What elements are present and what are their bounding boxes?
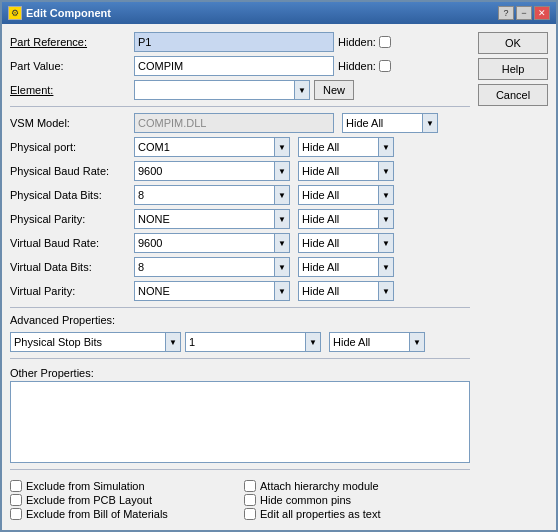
check-hide-pins: Hide common pins (244, 494, 470, 506)
other-label: Other Properties: (10, 367, 470, 379)
prop-select-4: 9600 ▼ (134, 233, 290, 253)
minimize-btn[interactable]: − (516, 6, 532, 20)
hide-pins-checkbox[interactable] (244, 494, 256, 506)
new-button[interactable]: New (314, 80, 354, 100)
prop-dropdown-2[interactable]: 8 (134, 185, 274, 205)
exclude-pcb-label: Exclude from PCB Layout (26, 494, 152, 506)
prop-label-5: Virtual Data Bits: (10, 261, 130, 273)
adv-val-arrow[interactable]: ▼ (305, 332, 321, 352)
prop-hide-select-2[interactable]: Hide All (298, 185, 378, 205)
prop-dropdown-4[interactable]: 9600 (134, 233, 274, 253)
prop-hide-select-5[interactable]: Hide All (298, 257, 378, 277)
part-reference-label: Part Reference: (10, 36, 130, 48)
element-label: Element: (10, 84, 130, 96)
prop-hide-select-0[interactable]: Hide All (298, 137, 378, 157)
exclude-sim-checkbox[interactable] (10, 480, 22, 492)
separator-4 (10, 469, 470, 470)
check-exclude-sim: Exclude from Simulation (10, 480, 236, 492)
window-title: Edit Component (26, 7, 111, 19)
prop-hide-5: Hide All ▼ (298, 257, 394, 277)
prop-hide-1: Hide All ▼ (298, 161, 394, 181)
prop-row-3: Physical Parity: NONE ▼ Hide All ▼ (10, 209, 470, 229)
element-select[interactable] (134, 80, 294, 100)
separator-1 (10, 106, 470, 107)
prop-arrow-0[interactable]: ▼ (274, 137, 290, 157)
adv-prop-arrow[interactable]: ▼ (165, 332, 181, 352)
prop-arrow-2[interactable]: ▼ (274, 185, 290, 205)
edit-component-window: ⚙ Edit Component ? − ✕ Part Reference: H… (0, 0, 558, 532)
prop-select-0: COM1 ▼ (134, 137, 290, 157)
part-value-row: Part Value: Hidden: (10, 56, 470, 76)
part-reference-input[interactable] (134, 32, 334, 52)
check-edit-all-props: Edit all properties as text (244, 508, 470, 520)
prop-select-3: NONE ▼ (134, 209, 290, 229)
prop-select-1: 9600 ▼ (134, 161, 290, 181)
check-exclude-bom: Exclude from Bill of Materials (10, 508, 236, 520)
part-ref-hidden-checkbox[interactable] (379, 36, 391, 48)
exclude-sim-label: Exclude from Simulation (26, 480, 145, 492)
cancel-button[interactable]: Cancel (478, 84, 548, 106)
prop-hide-arrow-3[interactable]: ▼ (378, 209, 394, 229)
prop-row-0: Physical port: COM1 ▼ Hide All ▼ (10, 137, 470, 157)
prop-hide-select-4[interactable]: Hide All (298, 233, 378, 253)
vsm-hide-arrow[interactable]: ▼ (422, 113, 438, 133)
prop-hide-arrow-1[interactable]: ▼ (378, 161, 394, 181)
help-button[interactable]: Help (478, 58, 548, 80)
exclude-bom-label: Exclude from Bill of Materials (26, 508, 168, 520)
prop-select-2: 8 ▼ (134, 185, 290, 205)
prop-hide-arrow-5[interactable]: ▼ (378, 257, 394, 277)
prop-arrow-3[interactable]: ▼ (274, 209, 290, 229)
prop-arrow-4[interactable]: ▼ (274, 233, 290, 253)
part-val-hidden-checkbox[interactable] (379, 60, 391, 72)
hide-pins-label: Hide common pins (260, 494, 351, 506)
prop-hide-select-1[interactable]: Hide All (298, 161, 378, 181)
adv-hide-select[interactable]: Hide All (329, 332, 409, 352)
prop-hide-3: Hide All ▼ (298, 209, 394, 229)
prop-label-3: Physical Parity: (10, 213, 130, 225)
prop-hide-2: Hide All ▼ (298, 185, 394, 205)
other-section: Other Properties: (10, 367, 470, 463)
prop-dropdown-1[interactable]: 9600 (134, 161, 274, 181)
vsm-hide-select[interactable]: Hide All (342, 113, 422, 133)
element-select-container: ▼ (134, 80, 310, 100)
prop-hide-arrow-2[interactable]: ▼ (378, 185, 394, 205)
prop-hide-select-6[interactable]: Hide All (298, 281, 378, 301)
prop-dropdown-0[interactable]: COM1 (134, 137, 274, 157)
help-title-btn[interactable]: ? (498, 6, 514, 20)
prop-hide-arrow-6[interactable]: ▼ (378, 281, 394, 301)
prop-dropdown-6[interactable]: NONE (134, 281, 274, 301)
prop-dropdown-3[interactable]: NONE (134, 209, 274, 229)
part-value-label: Part Value: (10, 60, 130, 72)
other-textarea[interactable] (10, 381, 470, 463)
part-val-hidden-check: Hidden: (338, 60, 391, 72)
checkbox-col-left: Exclude from Simulation Exclude from PCB… (10, 480, 236, 520)
prop-row-2: Physical Data Bits: 8 ▼ Hide All ▼ (10, 185, 470, 205)
prop-arrow-6[interactable]: ▼ (274, 281, 290, 301)
check-exclude-pcb: Exclude from PCB Layout (10, 494, 236, 506)
exclude-pcb-checkbox[interactable] (10, 494, 22, 506)
part-value-input[interactable] (134, 56, 334, 76)
advanced-row: Physical Stop Bits ▼ 1 ▼ Hide All ▼ (10, 332, 470, 352)
part-reference-row: Part Reference: Hidden: (10, 32, 470, 52)
prop-row-1: Physical Baud Rate: 9600 ▼ Hide All ▼ (10, 161, 470, 181)
attach-hierarchy-checkbox[interactable] (244, 480, 256, 492)
ok-button[interactable]: OK (478, 32, 548, 54)
prop-arrow-1[interactable]: ▼ (274, 161, 290, 181)
prop-row-5: Virtual Data Bits: 8 ▼ Hide All ▼ (10, 257, 470, 277)
exclude-bom-checkbox[interactable] (10, 508, 22, 520)
adv-prop-select: Physical Stop Bits ▼ (10, 332, 181, 352)
prop-arrow-5[interactable]: ▼ (274, 257, 290, 277)
adv-hide-arrow[interactable]: ▼ (409, 332, 425, 352)
prop-hide-select-3[interactable]: Hide All (298, 209, 378, 229)
close-btn[interactable]: ✕ (534, 6, 550, 20)
element-dropdown-arrow[interactable]: ▼ (294, 80, 310, 100)
prop-dropdown-5[interactable]: 8 (134, 257, 274, 277)
edit-all-props-checkbox[interactable] (244, 508, 256, 520)
vsm-hide-container: Hide All ▼ (342, 113, 438, 133)
adv-val-dropdown[interactable]: 1 (185, 332, 305, 352)
prop-label-4: Virtual Baud Rate: (10, 237, 130, 249)
prop-hide-arrow-0[interactable]: ▼ (378, 137, 394, 157)
separator-2 (10, 307, 470, 308)
prop-hide-arrow-4[interactable]: ▼ (378, 233, 394, 253)
adv-prop-dropdown[interactable]: Physical Stop Bits (10, 332, 165, 352)
